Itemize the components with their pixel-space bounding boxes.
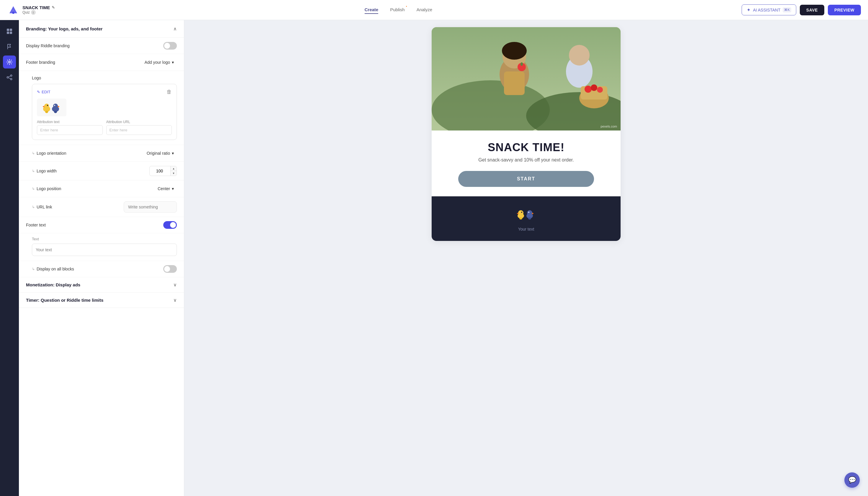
edit-logo-button[interactable]: ✎ EDIT [37, 90, 50, 94]
logo-preview [37, 98, 66, 116]
logo-position-row: ↳ Logo position Center ▾ [19, 181, 184, 197]
display-riddle-row: Display Riddle branding [19, 38, 184, 54]
footer-text-display: Your text [518, 227, 534, 231]
save-button[interactable]: SAVE [800, 5, 824, 15]
nav-publish[interactable]: Publish [390, 6, 404, 14]
indent-arrow-icon4: ↳ [32, 205, 35, 209]
brand-info: SNACK TIME ✎ Quiz i [22, 5, 55, 15]
attribution-text-field: Attribution text [37, 120, 103, 135]
monetization-chevron-icon: ∨ [173, 282, 177, 288]
svg-point-37 [591, 84, 597, 91]
display-riddle-toggle[interactable] [163, 42, 177, 50]
footer-branding-label: Footer branding [26, 60, 55, 65]
logo-width-increment[interactable]: ▲ [171, 166, 176, 171]
svg-point-36 [585, 86, 592, 93]
logo-section: Logo ✎ EDIT 🗑 [19, 71, 184, 145]
svg-point-20 [54, 111, 57, 113]
display-all-blocks-toggle[interactable] [163, 265, 177, 273]
icon-sidebar [0, 20, 19, 496]
svg-point-47 [528, 212, 529, 213]
timer-row[interactable]: Timer: Question or Riddle time limits ∨ [19, 293, 184, 308]
svg-rect-3 [7, 29, 9, 31]
sidebar-share-btn[interactable] [3, 71, 16, 84]
svg-point-45 [527, 210, 532, 216]
preview-area: pexels.com SNACK TIME! Get snack-savvy a… [184, 20, 868, 496]
svg-rect-4 [10, 29, 12, 31]
logo-orientation-dropdown[interactable]: Original ratio ▾ [144, 149, 177, 157]
quiz-subtitle: Get snack-savvy and 10% off your next or… [441, 157, 611, 163]
svg-point-38 [597, 87, 603, 93]
sidebar-settings-btn[interactable] [3, 56, 16, 68]
logo-width-input-wrap: 100 ▲ ▼ [150, 166, 177, 176]
chat-bubble-button[interactable]: 💬 [844, 472, 860, 488]
timer-label: Timer: Question or Riddle time limits [26, 298, 103, 303]
attribution-text-input[interactable] [37, 125, 103, 135]
logo-width-label: ↳ Logo width [32, 169, 57, 173]
nav-analyze[interactable]: Analyze [417, 6, 432, 14]
svg-point-28 [502, 42, 527, 60]
attribution-grid: Attribution text Attribution URL [37, 120, 172, 135]
chat-icon: 💬 [848, 476, 856, 484]
indent-arrow-icon3: ↳ [32, 187, 35, 191]
brand-logo-area: SNACK TIME ✎ Quiz i [7, 4, 55, 16]
ai-assistant-button[interactable]: ✦ AI ASSISTANT ⌘K [742, 4, 796, 15]
branding-chevron-icon: ∧ [173, 26, 177, 32]
settings-panel: Branding: Your logo, ads, and footer ∧ D… [19, 20, 184, 496]
branding-section-header[interactable]: Branding: Your logo, ads, and footer ∧ [19, 20, 184, 38]
main-content: Branding: Your logo, ads, and footer ∧ D… [0, 20, 868, 496]
edit-brand-icon[interactable]: ✎ [52, 5, 55, 10]
svg-rect-6 [10, 32, 12, 34]
svg-line-12 [8, 78, 10, 79]
preview-button[interactable]: PREVIEW [828, 5, 861, 15]
indent-arrow-icon: ↳ [32, 151, 35, 155]
svg-marker-16 [43, 106, 44, 107]
url-link-label: ↳ URL link [32, 205, 52, 209]
add-logo-dropdown[interactable]: Add your logo ▾ [142, 58, 177, 66]
svg-point-17 [47, 105, 48, 106]
svg-point-42 [521, 212, 522, 213]
attribution-url-input[interactable] [106, 125, 172, 135]
sidebar-flag-btn[interactable] [3, 40, 16, 53]
svg-point-40 [518, 210, 524, 216]
logo-width-input[interactable]: 100 [150, 167, 170, 175]
svg-point-10 [11, 79, 12, 80]
quiz-title: SNACK TIME! [441, 141, 611, 154]
display-all-blocks-label: ↳ Display on all blocks [32, 267, 74, 271]
quiz-card: pexels.com SNACK TIME! Get snack-savvy a… [432, 27, 621, 241]
svg-point-22 [54, 105, 55, 106]
url-link-row: ↳ URL link [19, 197, 184, 217]
footer-text-toggle[interactable] [163, 221, 177, 229]
timer-chevron-icon: ∨ [173, 297, 177, 303]
quiz-hero: pexels.com [432, 27, 621, 130]
logo-label: Logo [32, 76, 177, 80]
monetization-row[interactable]: Monetization: Display ads ∨ [19, 277, 184, 293]
svg-rect-5 [7, 32, 9, 34]
pencil-icon: ✎ [37, 90, 40, 94]
logo-card: ✎ EDIT 🗑 [32, 84, 177, 140]
sidebar-grid-btn[interactable] [3, 25, 16, 38]
attribution-text-label: Attribution text [37, 120, 103, 124]
svg-marker-46 [532, 213, 534, 214]
start-button[interactable]: START [458, 171, 594, 187]
brand-name: SNACK TIME ✎ [22, 5, 55, 10]
nav-create[interactable]: Create [365, 6, 378, 14]
logo-width-row: ↳ Logo width 100 ▲ ▼ [19, 162, 184, 181]
url-link-input[interactable] [124, 201, 177, 213]
display-riddle-label: Display Riddle branding [26, 43, 70, 48]
footer-text-input-field[interactable] [32, 244, 177, 256]
info-icon[interactable]: i [31, 10, 36, 15]
footer-text-label: Footer text [26, 222, 46, 227]
svg-rect-29 [504, 72, 525, 95]
brand-type: Quiz i [22, 10, 55, 15]
quiz-footer: Your text [432, 196, 621, 241]
footer-text-row: Footer text [19, 217, 184, 233]
branding-title: Branding: Your logo, ads, and footer [26, 26, 103, 31]
attribution-url-field: Attribution URL [106, 120, 172, 135]
svg-line-11 [8, 76, 10, 77]
ai-star-icon: ✦ [747, 7, 750, 13]
logo-position-dropdown[interactable]: Center ▾ [155, 185, 177, 193]
delete-logo-button[interactable]: 🗑 [167, 89, 172, 95]
logo-width-decrement[interactable]: ▼ [171, 171, 176, 176]
svg-point-33 [569, 45, 590, 65]
svg-point-19 [53, 104, 58, 108]
